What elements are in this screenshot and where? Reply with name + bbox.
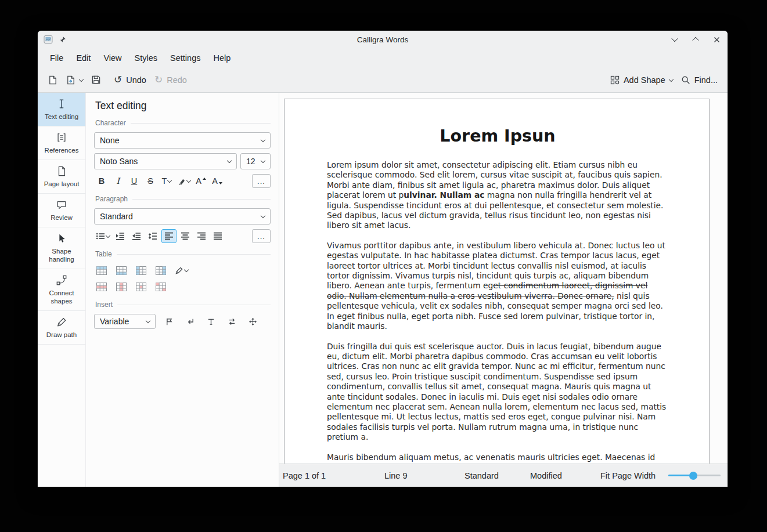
paragraph-style-select[interactable]: Standard (94, 208, 271, 225)
table-row-1 (94, 263, 271, 277)
status-style: Standard (464, 471, 499, 480)
swap-arrows-icon (228, 317, 236, 326)
delete-column-button[interactable] (114, 280, 129, 294)
strikethrough-button[interactable]: S (143, 174, 158, 188)
paragraph-1: Lorem ipsum dolor sit amet, consectetur … (327, 160, 668, 231)
find-button[interactable]: Find... (677, 72, 722, 88)
tab-label: Draw path (46, 331, 77, 339)
close-button[interactable] (711, 34, 722, 45)
indent-more-button[interactable] (113, 229, 128, 243)
return-icon (186, 317, 195, 326)
chevron-down-icon (79, 77, 84, 81)
menu-help[interactable]: Help (207, 51, 236, 65)
variable-select[interactable]: Variable (94, 314, 156, 329)
zoom-slider[interactable] (668, 471, 721, 480)
align-center-icon (181, 232, 190, 240)
subscript-button[interactable]: A (210, 174, 225, 188)
new-document-button[interactable] (44, 71, 62, 89)
text-format-button[interactable]: T (159, 174, 174, 188)
underline-button[interactable]: U (127, 174, 142, 188)
insert-column-left-button[interactable] (134, 263, 149, 277)
section-character: Character (95, 119, 271, 127)
status-zoom-mode[interactable]: Fit Page Width (600, 471, 656, 480)
pen-icon (56, 316, 67, 328)
redo-icon: ↻ (154, 75, 163, 85)
text-cursor-icon (56, 98, 67, 110)
chevron-down-icon (261, 137, 265, 142)
border-pen-button[interactable] (173, 263, 190, 277)
menu-styles[interactable]: Styles (129, 51, 164, 65)
insert-bookmark-button[interactable] (161, 314, 177, 328)
paragraph-more-button[interactable]: ... (252, 229, 271, 243)
insert-column-left-icon (136, 266, 146, 275)
split-cells-button[interactable] (153, 280, 168, 294)
insert-column-right-button[interactable] (153, 263, 168, 277)
chevron-down-icon (106, 233, 110, 238)
references-icon (56, 132, 67, 143)
tool-options-panel: Text editing Character None Noto Sans 12… (85, 93, 279, 487)
tab-draw-path[interactable]: Draw path (38, 311, 85, 345)
insert-row-above-button[interactable] (94, 263, 109, 277)
panel-title: Text editing (95, 100, 271, 112)
tab-text-editing[interactable]: Text editing (38, 93, 85, 126)
tab-review[interactable]: Review (38, 194, 85, 227)
indent-less-button[interactable] (129, 229, 144, 243)
save-button[interactable] (87, 71, 105, 88)
minimize-button[interactable] (669, 34, 680, 45)
paragraph-format-row: ... (94, 229, 271, 243)
tab-page-layout[interactable]: Page layout (38, 160, 85, 194)
menu-settings[interactable]: Settings (164, 51, 206, 65)
character-more-button[interactable]: ... (252, 174, 271, 188)
canvas-column: Lorem Ipsun Lorem ipsum dolor sit amet, … (279, 93, 728, 487)
tab-connect-shapes[interactable]: Connect shapes (38, 269, 85, 311)
insert-node-button[interactable] (245, 314, 260, 328)
undo-button[interactable]: ↺ Undo (110, 71, 150, 88)
section-paragraph: Paragraph (95, 195, 271, 203)
merge-cells-button[interactable] (134, 280, 149, 294)
zoom-slider-handle[interactable] (689, 472, 697, 480)
menu-view[interactable]: View (98, 51, 127, 65)
character-style-select[interactable]: None (94, 132, 271, 149)
down-mark-icon (219, 182, 222, 184)
bold-button[interactable]: B (94, 174, 109, 188)
insert-text-frame-button[interactable] (203, 314, 218, 328)
status-page: Page 1 of 1 (283, 471, 326, 480)
maximize-button[interactable] (690, 34, 701, 45)
align-left-button[interactable] (161, 229, 177, 243)
open-document-button[interactable] (62, 71, 87, 89)
open-document-icon (66, 75, 75, 85)
align-right-button[interactable] (194, 229, 209, 243)
paragraph-style-value: Standard (100, 212, 133, 221)
tab-shape-handling[interactable]: Shape handling (38, 227, 85, 269)
menu-edit[interactable]: Edit (70, 51, 96, 65)
insert-row-below-button[interactable] (114, 263, 129, 277)
list-style-button[interactable] (94, 229, 111, 243)
document-body[interactable]: Lorem Ipsun Lorem ipsum dolor sit amet, … (327, 126, 668, 464)
line-spacing-button[interactable] (145, 229, 160, 243)
delete-row-button[interactable] (94, 280, 109, 294)
add-shape-button[interactable]: Add Shape (606, 72, 677, 88)
highlight-button[interactable] (175, 174, 192, 188)
font-size-select[interactable]: 12 (240, 153, 271, 169)
menu-file[interactable]: File (44, 51, 69, 65)
title-bar[interactable]: Calligra Words (38, 31, 728, 48)
pin-icon[interactable] (59, 36, 66, 44)
insert-page-break-button[interactable] (182, 314, 197, 328)
superscript-button[interactable]: A (193, 174, 208, 188)
font-size-value: 12 (246, 157, 255, 166)
insert-swap-button[interactable] (224, 314, 239, 328)
align-justify-icon (213, 232, 222, 240)
tab-references[interactable]: References (38, 126, 85, 160)
align-center-button[interactable] (178, 229, 193, 243)
redo-button[interactable]: ↻ Redo (150, 71, 191, 88)
italic-button[interactable]: I (110, 174, 125, 188)
align-right-icon (197, 232, 206, 240)
cursor-arrow-icon (56, 233, 67, 244)
align-justify-button[interactable] (210, 229, 225, 243)
main-area: Text editing References Page layout Revi… (38, 93, 728, 487)
font-family-select[interactable]: Noto Sans (94, 153, 237, 169)
document-canvas[interactable]: Lorem Ipsun Lorem ipsum dolor sit amet, … (279, 93, 728, 464)
text-run: Mauris bibendum aliquam metus, ac venena… (327, 453, 657, 464)
resize-arrows-icon (249, 317, 257, 326)
document-page[interactable]: Lorem Ipsun Lorem ipsum dolor sit amet, … (284, 99, 710, 464)
